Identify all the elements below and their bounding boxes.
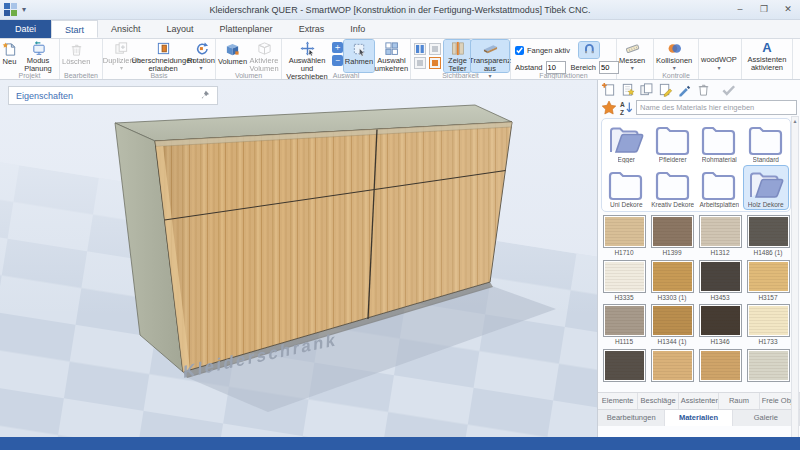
panel-tab-beschl-ge[interactable]: Beschläge	[638, 393, 678, 409]
auswaehlen-verschieben-button[interactable]: Auswählen und Verschieben	[283, 40, 331, 72]
folder-rohmaterial[interactable]: Rohmaterial	[696, 120, 743, 165]
ribbon-tab-info[interactable]: Info	[337, 20, 378, 38]
neu-button[interactable]: Neu	[1, 40, 18, 72]
show-marked-toggle-icon[interactable]	[429, 57, 441, 69]
material-swatch-h1710[interactable]: H1710	[601, 215, 647, 259]
kollisionen-button[interactable]: Kollisionen▾	[655, 40, 693, 72]
pick-material-icon[interactable]	[677, 82, 692, 97]
ribbon-tab-datei[interactable]: Datei	[0, 20, 51, 38]
swatch-color[interactable]	[747, 260, 790, 293]
material-swatch-h1733[interactable]: H1733	[745, 304, 791, 348]
fangen-aktiv-checkbox[interactable]	[515, 46, 524, 55]
panel-tab-elemente[interactable]: Elemente	[598, 393, 638, 409]
add-selection-button[interactable]: ＋	[332, 42, 343, 53]
aktiviere-volumen-button[interactable]: Aktiviere Volumen	[248, 40, 280, 72]
show-panels-toggle-icon[interactable]	[414, 43, 426, 55]
material-swatch-h3303-1[interactable]: H3303 (1)	[649, 260, 695, 304]
delete-material-icon[interactable]	[696, 82, 711, 97]
material-swatch-h1346[interactable]: H1346	[697, 304, 743, 348]
remove-selection-button[interactable]: －	[332, 55, 343, 66]
rotation-button[interactable]: Rotation▾	[187, 40, 215, 72]
material-swatch-h1344-1[interactable]: H1344 (1)	[649, 304, 695, 348]
material-swatch-h1486-1[interactable]: H1486 (1)	[745, 215, 791, 259]
assistenten-button[interactable]: A Assistenten aktivieren	[743, 40, 791, 72]
ribbon-tab-layout[interactable]: Layout	[154, 20, 207, 38]
swatch-color[interactable]	[603, 260, 646, 293]
transparenz-button[interactable]: Transparenz aus▾	[471, 40, 509, 72]
export-tuning-button[interactable]: Export Tuning▾	[794, 40, 800, 72]
material-swatch-unlabeled[interactable]	[601, 349, 647, 393]
material-search-input[interactable]	[636, 100, 797, 115]
favorites-star-icon[interactable]	[601, 100, 617, 116]
panel-tab-assistenten[interactable]: Assistenten	[679, 393, 719, 409]
material-swatch-h3335[interactable]: H3335	[601, 260, 647, 304]
swatch-color[interactable]	[651, 349, 694, 382]
pin-icon[interactable]	[200, 90, 210, 102]
apply-material-icon[interactable]	[721, 82, 736, 97]
ueberschneidungen-button[interactable]: Überschneidungen erlauben	[139, 40, 187, 72]
material-swatch-unlabeled[interactable]	[697, 349, 743, 393]
loeschen-button[interactable]: Löschen	[61, 40, 91, 72]
folder-uni-dekore[interactable]: Uni Dekore	[603, 165, 650, 210]
ribbon-tab-extras[interactable]: Extras	[286, 20, 338, 38]
rahmen-button[interactable]: Rahmen	[344, 40, 374, 72]
ribbon-tab-start[interactable]: Start	[51, 20, 98, 38]
show-fittings-toggle-icon[interactable]	[414, 57, 426, 69]
swatch-color[interactable]	[699, 215, 742, 248]
material-swatch-h3453[interactable]: H3453	[697, 260, 743, 304]
swatch-color[interactable]	[651, 260, 694, 293]
material-swatch-h3157[interactable]: H3157	[745, 260, 791, 304]
copy-material-icon[interactable]	[639, 82, 654, 97]
swatch-color[interactable]	[603, 349, 646, 382]
zeige-teiler-button[interactable]: Zeige Teiler	[444, 40, 471, 72]
folder-pfleiderer[interactable]: Pfleiderer	[650, 120, 697, 165]
auswahl-umkehren-button[interactable]: Auswahl umkehren	[374, 40, 409, 72]
panel-tab-galerie[interactable]: Galerie	[733, 410, 800, 426]
swatch-color[interactable]	[699, 304, 742, 337]
restore-button[interactable]: ❐	[752, 0, 776, 19]
messen-button[interactable]: Messen▾	[618, 40, 646, 72]
duplizieren-button[interactable]: Duplizieren▾	[104, 40, 139, 72]
swatch-color[interactable]	[651, 304, 694, 337]
panel-tab-materialien[interactable]: Materialien	[665, 410, 732, 426]
swatch-color[interactable]	[651, 215, 694, 248]
folder-arbeitsplatten[interactable]: Arbeitsplatten	[696, 165, 743, 210]
panel-tab-raum[interactable]: Raum	[719, 393, 759, 409]
volumen-button[interactable]: Volumen	[217, 40, 248, 72]
3d-viewport[interactable]: Kleiderschrank Eigenschaften	[0, 80, 597, 437]
material-swatch-h1399[interactable]: H1399	[649, 215, 695, 259]
edit-material-icon[interactable]	[658, 82, 673, 97]
modus-planung-button[interactable]: Modus Planung	[18, 40, 58, 72]
ribbon-tab-ansicht[interactable]: Ansicht	[98, 20, 154, 38]
new-document-icon	[2, 41, 17, 57]
panel-tab-bearbeitungen[interactable]: Bearbeitungen	[598, 410, 665, 426]
swatch-color[interactable]	[699, 349, 742, 382]
folder-kreativ-dekore[interactable]: Kreativ Dekore	[650, 165, 697, 210]
swatch-color[interactable]	[747, 349, 790, 382]
minimize-button[interactable]: –	[728, 0, 752, 19]
material-swatch-h1312[interactable]: H1312	[697, 215, 743, 259]
quick-access-dropdown-icon[interactable]: ▾	[22, 5, 26, 14]
close-button[interactable]: ✕	[776, 0, 800, 19]
material-swatch-unlabeled[interactable]	[649, 349, 695, 393]
folder-holz-dekore[interactable]: Holz Dekore	[743, 165, 790, 210]
material-swatch-unlabeled[interactable]	[745, 349, 791, 393]
add-material-icon[interactable]	[601, 82, 616, 97]
properties-panel-header[interactable]: Eigenschaften	[8, 86, 218, 105]
swatch-color[interactable]	[747, 215, 790, 248]
material-swatch-h1115[interactable]: H1115	[601, 304, 647, 348]
new-material-icon[interactable]	[620, 82, 635, 97]
materials-scrollbar[interactable]: ▲ ▼	[791, 116, 799, 446]
swatch-color[interactable]	[699, 260, 742, 293]
swatch-color[interactable]	[603, 304, 646, 337]
sort-az-icon[interactable]: AZ	[619, 100, 634, 116]
ribbon-tab-plattenplaner[interactable]: Plattenplaner	[207, 20, 286, 38]
woodwop-button[interactable]: woodWOP▾	[700, 40, 738, 72]
show-edges-toggle-icon[interactable]	[429, 43, 441, 55]
folder-standard[interactable]: Standard	[743, 120, 790, 165]
swatch-color[interactable]	[747, 304, 790, 337]
scroll-up-icon[interactable]: ▲	[793, 117, 798, 125]
folder-egger[interactable]: Egger	[603, 120, 650, 165]
swatch-color[interactable]	[603, 215, 646, 248]
magnet-button[interactable]	[579, 42, 599, 58]
